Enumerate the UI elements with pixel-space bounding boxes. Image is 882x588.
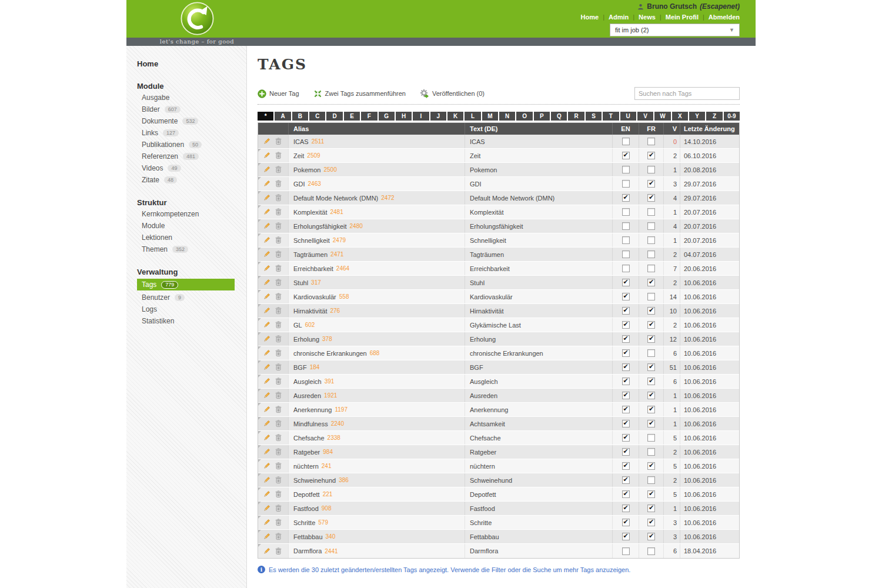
- fr-checkbox[interactable]: [647, 138, 655, 145]
- top-nav-link-mein-profil[interactable]: Mein Profil: [666, 14, 699, 21]
- sidebar-item-dokumente[interactable]: Dokumente532: [126, 115, 246, 127]
- letter-filter-e[interactable]: E: [344, 112, 360, 121]
- fr-checkbox[interactable]: [647, 434, 655, 442]
- fr-checkbox[interactable]: [647, 208, 655, 216]
- tag-alias-cell[interactable]: Komplexität 2481: [288, 205, 465, 219]
- letter-filter-m[interactable]: M: [482, 112, 498, 121]
- top-nav-link-home[interactable]: Home: [581, 14, 599, 21]
- edit-button[interactable]: [263, 349, 270, 357]
- letter-filter-r[interactable]: R: [568, 112, 584, 121]
- sidebar-item-ausgabe[interactable]: Ausgabe: [126, 92, 246, 103]
- edit-button[interactable]: [263, 166, 270, 173]
- tag-alias-cell[interactable]: Ausreden 1921: [288, 389, 465, 402]
- tag-alias[interactable]: Ausgleich: [293, 378, 322, 385]
- letter-filter-l[interactable]: L: [465, 112, 480, 121]
- edit-button[interactable]: [263, 476, 270, 484]
- delete-button[interactable]: [275, 166, 282, 173]
- tag-alias-cell[interactable]: Fettabbau 340: [288, 530, 465, 543]
- tag-alias[interactable]: Ratgeber: [293, 449, 320, 456]
- tag-alias[interactable]: GL: [293, 322, 302, 329]
- tag-alias[interactable]: Darmflora: [293, 547, 322, 554]
- tag-alias-cell[interactable]: BGF 184: [288, 360, 465, 374]
- fr-checkbox[interactable]: [647, 547, 655, 555]
- tag-alias-cell[interactable]: nüchtern 241: [288, 459, 465, 473]
- en-checkbox[interactable]: [622, 265, 630, 272]
- brand-logo[interactable]: [181, 2, 214, 38]
- tag-alias-cell[interactable]: Chefsache 2338: [288, 431, 465, 445]
- edit-button[interactable]: [263, 293, 270, 300]
- fr-checkbox[interactable]: [647, 250, 655, 258]
- delete-button[interactable]: [275, 434, 282, 442]
- tag-alias[interactable]: BGF: [293, 364, 307, 371]
- fr-checkbox[interactable]: [647, 265, 655, 272]
- sidebar-item-module[interactable]: Module: [126, 220, 246, 232]
- tag-alias-cell[interactable]: Erreichbarkeit 2464: [288, 262, 465, 275]
- letter-filter-v[interactable]: V: [637, 112, 653, 121]
- en-checkbox[interactable]: [622, 377, 630, 385]
- tag-alias[interactable]: Tagträumen: [293, 251, 328, 258]
- tag-alias[interactable]: Schritte: [293, 519, 315, 526]
- letter-filter-o[interactable]: O: [516, 112, 532, 121]
- letter-filter-u[interactable]: U: [620, 112, 636, 121]
- letter-filter-g[interactable]: G: [379, 112, 395, 121]
- tag-alias[interactable]: Erholung: [293, 336, 319, 343]
- delete-button[interactable]: [275, 152, 282, 159]
- en-checkbox[interactable]: [622, 321, 630, 329]
- edit-button[interactable]: [263, 265, 270, 272]
- edit-button[interactable]: [263, 250, 270, 258]
- edit-button[interactable]: [263, 377, 270, 385]
- fr-checkbox[interactable]: [647, 194, 655, 202]
- fr-checkbox[interactable]: [647, 236, 655, 244]
- edit-button[interactable]: [263, 490, 270, 498]
- delete-button[interactable]: [275, 208, 282, 216]
- fr-checkbox[interactable]: [647, 180, 655, 188]
- edit-button[interactable]: [263, 279, 270, 286]
- sidebar-item-publikationen[interactable]: Publikationen50: [126, 139, 246, 151]
- delete-button[interactable]: [275, 533, 282, 540]
- tag-alias-cell[interactable]: Hirnaktivität 276: [288, 304, 465, 318]
- sidebar-item-zitate[interactable]: Zitate48: [126, 174, 246, 186]
- delete-button[interactable]: [275, 321, 282, 329]
- tag-alias[interactable]: Pokemon: [293, 166, 320, 173]
- letter-filter-y[interactable]: Y: [689, 112, 705, 121]
- letter-filter-p[interactable]: P: [534, 112, 550, 121]
- edit-button[interactable]: [263, 533, 270, 540]
- en-checkbox[interactable]: [622, 279, 630, 286]
- fr-checkbox[interactable]: [647, 279, 655, 286]
- edit-button[interactable]: [263, 335, 270, 343]
- top-nav-link-news[interactable]: News: [639, 14, 656, 21]
- project-dropdown[interactable]: fit im job (2) ▼: [610, 24, 740, 36]
- delete-button[interactable]: [275, 462, 282, 470]
- en-checkbox[interactable]: [622, 194, 630, 202]
- tag-alias-cell[interactable]: Zeit 2509: [288, 149, 465, 162]
- edit-button[interactable]: [263, 236, 270, 244]
- tag-alias[interactable]: GDI: [293, 181, 305, 188]
- tag-alias-cell[interactable]: Default Mode Network (DMN) 2472: [288, 191, 465, 205]
- edit-button[interactable]: [263, 462, 270, 470]
- en-checkbox[interactable]: [622, 349, 630, 357]
- fr-checkbox[interactable]: [647, 377, 655, 385]
- fr-checkbox[interactable]: [647, 152, 655, 159]
- en-checkbox[interactable]: [622, 448, 630, 456]
- tag-alias-cell[interactable]: ICAS 2511: [288, 135, 465, 148]
- fr-checkbox[interactable]: [647, 406, 655, 413]
- fr-checkbox[interactable]: [647, 363, 655, 371]
- delete-button[interactable]: [275, 307, 282, 315]
- edit-button[interactable]: [263, 448, 270, 456]
- delete-button[interactable]: [275, 236, 282, 244]
- merge-tags-button[interactable]: Zwei Tags zusammenführen: [313, 89, 406, 98]
- fr-checkbox[interactable]: [647, 222, 655, 230]
- letter-filter-f[interactable]: F: [361, 112, 377, 121]
- tag-alias[interactable]: Mindfulness: [293, 420, 328, 427]
- search-input[interactable]: [634, 87, 740, 100]
- tag-alias[interactable]: Depotfett: [293, 491, 320, 498]
- en-checkbox[interactable]: [622, 166, 630, 173]
- en-checkbox[interactable]: [622, 222, 630, 230]
- sidebar-item-tags[interactable]: Tags779: [137, 279, 235, 290]
- sidebar-item-benutzer[interactable]: Benutzer9: [126, 292, 246, 303]
- letter-filter-j[interactable]: J: [430, 112, 446, 121]
- delete-button[interactable]: [275, 138, 282, 145]
- top-nav-link-abmelden[interactable]: Abmelden: [709, 14, 740, 21]
- tag-alias-cell[interactable]: Depotfett 221: [288, 487, 465, 501]
- letter-filter-h[interactable]: H: [396, 112, 412, 121]
